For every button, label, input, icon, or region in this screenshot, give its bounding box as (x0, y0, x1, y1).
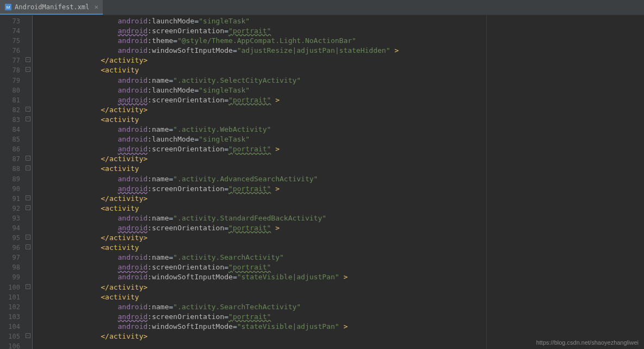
code-line[interactable]: android:screenOrientation="portrait" (33, 26, 486, 36)
line-number[interactable]: 81 (0, 95, 32, 105)
line-number[interactable]: 73 (0, 16, 32, 26)
line-number[interactable]: 90 (0, 184, 32, 194)
code-line[interactable]: android:name=".activity.AdvancedSearchAc… (33, 174, 486, 184)
code-line[interactable]: </activity> (33, 194, 486, 204)
code-line[interactable]: android:screenOrientation="portrait" > (33, 95, 486, 105)
code-line[interactable]: </activity> (33, 332, 486, 341)
line-number[interactable]: 83− (0, 115, 32, 125)
code-line[interactable]: android:name=".activity.WebActivity" (33, 125, 486, 134)
code-line[interactable]: android:screenOrientation="portrait" > (33, 223, 486, 233)
line-number[interactable]: 80 (0, 85, 32, 95)
line-number[interactable]: 74 (0, 26, 32, 36)
code-line[interactable]: <activity (33, 204, 486, 213)
code-line[interactable]: <activity (33, 243, 486, 253)
code-area[interactable]: android:launchMode="singleTask" android:… (33, 15, 486, 349)
line-number[interactable]: 94 (0, 223, 32, 233)
code-line[interactable]: </activity> (33, 154, 486, 164)
line-number[interactable]: 79 (0, 76, 32, 85)
line-number[interactable]: 92− (0, 204, 32, 213)
line-number[interactable]: 104 (0, 322, 32, 332)
fold-icon[interactable]: − (26, 117, 30, 121)
code-line[interactable]: android:windowSoftInputMode="adjustResiz… (33, 46, 486, 56)
line-number[interactable]: 85 (0, 134, 32, 144)
editor: 7374757677−78−79808182−83−84858687−88−89… (0, 15, 644, 349)
fold-icon[interactable]: − (26, 235, 30, 240)
line-number[interactable]: 98 (0, 262, 32, 272)
fold-icon[interactable]: − (26, 166, 30, 170)
fold-icon[interactable]: − (26, 205, 30, 210)
line-number[interactable]: 106 (0, 341, 32, 349)
line-number[interactable]: 84 (0, 125, 32, 134)
code-line[interactable]: android:windowSoftInputMode="stateVisibl… (33, 322, 486, 332)
code-line[interactable]: android:screenOrientation="portrait" > (33, 184, 486, 194)
code-line[interactable]: android:screenOrientation="portrait" > (33, 144, 486, 154)
line-number[interactable]: 91− (0, 194, 32, 204)
line-number[interactable]: 75 (0, 36, 32, 46)
line-number[interactable]: 78− (0, 65, 32, 75)
line-number[interactable]: 89 (0, 174, 32, 184)
line-number[interactable]: 87− (0, 154, 32, 164)
code-line[interactable]: android:launchMode="singleTask" (33, 134, 486, 144)
code-line[interactable]: android:theme="@style/Theme.AppCompat.Li… (33, 36, 486, 46)
line-number[interactable]: 96− (0, 243, 32, 253)
fold-icon[interactable]: − (26, 284, 30, 289)
fold-icon[interactable]: − (26, 67, 30, 72)
code-line[interactable]: android:screenOrientation="portrait" (33, 312, 486, 322)
code-line[interactable]: android:name=".activity.StandardFeedBack… (33, 213, 486, 223)
fold-icon[interactable]: − (26, 57, 30, 62)
gutter[interactable]: 7374757677−78−79808182−83−84858687−88−89… (0, 15, 33, 349)
watermark: https://blog.csdn.net/shaoyezhangliwei (536, 339, 639, 346)
code-line[interactable]: </activity> (33, 105, 486, 115)
fold-icon[interactable]: − (26, 156, 30, 161)
line-number[interactable]: 88− (0, 164, 32, 174)
line-number[interactable]: 103 (0, 312, 32, 322)
line-number[interactable]: 97 (0, 253, 32, 262)
fold-icon[interactable]: − (26, 333, 30, 338)
line-number[interactable]: 99 (0, 272, 32, 282)
line-number[interactable]: 101 (0, 292, 32, 302)
fold-icon[interactable]: − (26, 195, 30, 200)
editor-tab[interactable]: M AndroidManifest.xml × (0, 0, 103, 15)
line-number[interactable]: 100− (0, 283, 32, 292)
code-line[interactable]: android:name=".activity.SelectCityActivi… (33, 76, 486, 85)
code-line[interactable]: android:launchMode="singleTask" (33, 85, 486, 95)
xml-file-icon: M (4, 3, 12, 11)
fold-icon[interactable]: − (26, 107, 30, 112)
code-line[interactable]: </activity> (33, 233, 486, 243)
line-number[interactable]: 77− (0, 56, 32, 65)
line-number[interactable]: 82− (0, 105, 32, 115)
tab-bar: M AndroidManifest.xml × (0, 0, 644, 15)
fold-icon[interactable]: − (26, 244, 30, 249)
code-line[interactable]: <activity (33, 115, 486, 125)
svg-text:M: M (7, 5, 10, 10)
line-number[interactable]: 93 (0, 213, 32, 223)
line-number[interactable]: 76 (0, 46, 32, 56)
code-line[interactable]: android:screenOrientation="portrait" (33, 262, 486, 272)
line-number[interactable]: 105− (0, 332, 32, 341)
code-line[interactable]: android:launchMode="singleTask" (33, 16, 486, 26)
right-panel (486, 15, 644, 349)
code-line[interactable]: </activity> (33, 283, 486, 292)
code-line[interactable]: </activity> (33, 56, 486, 65)
line-number[interactable]: 86 (0, 144, 32, 154)
code-line[interactable]: <activity (33, 65, 486, 75)
line-number[interactable]: 102 (0, 302, 32, 312)
code-line[interactable]: android:windowSoftInputMode="stateVisibl… (33, 272, 486, 282)
code-line[interactable]: android:name=".activity.SearchTechActivi… (33, 302, 486, 312)
code-line[interactable]: <activity (33, 164, 486, 174)
code-line[interactable]: <activity (33, 292, 486, 302)
close-icon[interactable]: × (94, 3, 98, 11)
code-line[interactable]: android:name=".activity.SearchActivity" (33, 253, 486, 262)
code-line[interactable] (33, 341, 486, 349)
line-number[interactable]: 95− (0, 233, 32, 243)
tab-filename: AndroidManifest.xml (15, 3, 89, 11)
